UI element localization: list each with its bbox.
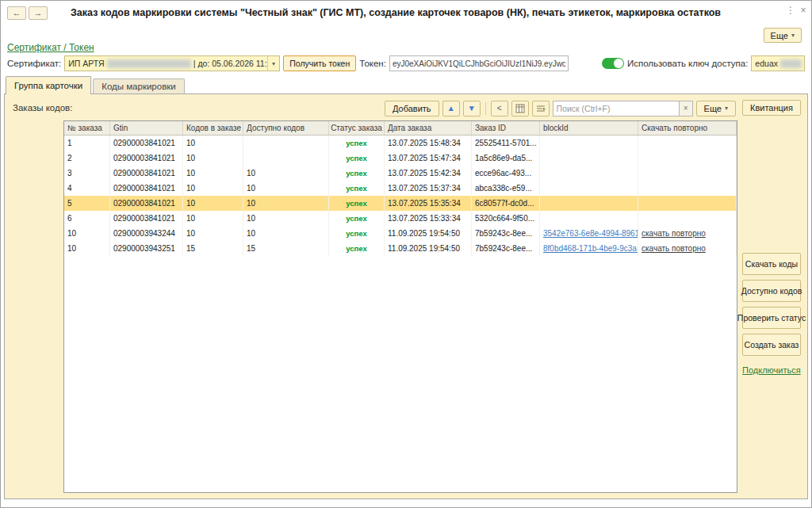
order-date: 13.07.2025 15:33:34 [385,211,472,226]
block-id[interactable]: 8f0bd468-171b-4be9-9c3a-7d... [540,241,638,256]
receipt-button[interactable]: Квитанция [742,100,801,116]
block-id[interactable]: 3542e763-6e8e-4994-8961-b... [540,226,638,241]
gtin: 02900003841021 [110,196,183,211]
available-codes-button[interactable]: Доступно кодов [742,280,801,302]
form-more-button[interactable]: Еще ▾ [764,28,802,43]
redownload-link [638,181,737,196]
gtin: 02900003841021 [110,166,183,181]
codes-in-order: 10 [183,151,243,166]
block-id [540,166,638,181]
block-id [540,151,638,166]
order-date: 11.09.2025 19:54:50 [385,241,472,256]
order-num: 10 [64,241,110,256]
token-label: Токен: [359,59,386,68]
table-row[interactable]: 5029000038410211010успех13.07.2025 15:35… [64,196,737,211]
order-status: успех [329,226,385,241]
order-num: 1 [64,136,110,151]
certificate-row: Сертификат: ИП АРТЯ | до: 05.06.2026 11:… [7,55,805,72]
move-down-button[interactable]: ▼ [463,101,481,116]
order-date: 13.07.2025 15:47:34 [385,151,472,166]
gtin: 02900003943244 [110,226,183,241]
toolbar-separator [485,102,486,115]
forward-icon: → [34,8,43,17]
table-row[interactable]: 4029000038410211010успех13.07.2025 15:37… [64,181,737,196]
form-more-label: Еще [771,31,788,40]
available-codes: 10 [243,196,329,211]
combobox-dropdown-icon[interactable]: ▾ [267,56,280,71]
certificate-value: ИП АРТЯ [68,59,104,68]
orders-table-body: 10290000384102110успех13.07.2025 15:48:3… [64,136,737,256]
search-clear-button[interactable]: × [680,101,693,116]
table-row[interactable]: 10029000039432511515успех11.09.2025 19:5… [64,241,737,256]
download-codes-button[interactable]: Скачать коды [742,253,801,275]
order-num: 6 [64,211,110,226]
column-header-codes-in-order[interactable]: Кодов в заказе [183,121,243,135]
forward-button[interactable]: → [29,6,48,20]
table-row[interactable]: 6029000038410211010успех13.07.2025 15:33… [64,211,737,226]
column-header-order-id[interactable]: Заказ ID [472,121,540,135]
codes-in-order: 10 [183,136,243,151]
list-more-button[interactable]: Еще ▾ [696,101,736,116]
order-date: 13.07.2025 15:35:34 [385,196,472,211]
certificate-token-link[interactable]: Сертификат / Токен [7,42,94,53]
redownload-link[interactable]: скачать повторно [638,241,737,256]
list-begin-button[interactable]: < [491,101,508,116]
search-input[interactable] [553,101,680,116]
column-header-gtin[interactable]: Gtin [110,121,183,135]
gtin: 02900003841021 [110,136,183,151]
table-row[interactable]: 3029000038410211010успех13.07.2025 15:42… [64,166,737,181]
token-field[interactable] [389,55,569,71]
create-order-button[interactable]: Создать заказ [742,334,801,356]
codes-in-order: 10 [183,226,243,241]
connect-link[interactable]: Подключиться [742,365,801,375]
column-header-redownload-link[interactable]: Скачать повторно [638,121,737,135]
block-id [540,211,638,226]
list-settings-button[interactable] [532,101,550,116]
chevron-down-icon: ▾ [725,105,728,112]
choose-columns-button[interactable] [511,101,529,116]
order-date: 13.07.2025 15:37:34 [385,181,472,196]
column-header-available-codes[interactable]: Доступно кодов [243,121,329,135]
order-status: успех [329,181,385,196]
redacted-area [780,59,802,68]
column-header-order-date[interactable]: Дата заказа [385,121,472,135]
check-status-button[interactable]: Проверить статус [742,307,801,329]
gtin: 02900003841021 [110,211,183,226]
tab-group-cards[interactable]: Группа карточки [6,76,91,94]
tab-bar: Группа карточки Коды маркировки [6,76,185,94]
orders-table: № заказаGtinКодов в заказеДоступно кодов… [63,120,737,493]
add-button[interactable]: Добавить [385,101,439,116]
order-id: 7b59243c-8ee... [472,226,540,241]
order-num: 10 [64,226,110,241]
get-token-button[interactable]: Получить токен [283,55,356,71]
available-codes [243,151,329,166]
column-header-order-status[interactable]: Статус заказа [329,121,385,135]
certificate-label: Сертификат: [7,59,61,68]
close-icon[interactable]: × [798,5,809,16]
available-codes: 10 [243,166,329,181]
column-header-order-num[interactable]: № заказа [64,121,110,135]
access-key-toggle[interactable] [602,58,624,69]
table-row[interactable]: 10290000384102110успех13.07.2025 15:48:3… [64,136,737,151]
redownload-link [638,166,737,181]
clear-icon: × [684,104,688,113]
gtin: 02900003841021 [110,151,183,166]
move-up-button[interactable]: ▲ [442,101,460,116]
table-row[interactable]: 20290000384102110успех13.07.2025 15:47:3… [64,151,737,166]
access-key-field[interactable]: eduax [751,55,805,71]
list-lines-icon [536,104,546,113]
table-row[interactable]: 10029000039432441010успех11.09.2025 19:5… [64,226,737,241]
order-date: 13.07.2025 15:42:34 [385,166,472,181]
access-key-value: eduax [755,59,778,68]
kebab-menu-icon[interactable]: ⋮ [785,5,796,16]
redownload-link[interactable]: скачать повторно [638,226,737,241]
order-num: 5 [64,196,110,211]
back-button[interactable]: ← [7,6,26,20]
orders-toolbar: Добавить ▲ ▼ < × Еще ▾ [385,100,736,116]
column-header-block-id[interactable]: blockId [540,121,638,135]
side-actions: Скачать коды Доступно кодов Проверить ст… [742,253,801,375]
page-title: Заказ кодов маркировки системы "Честный … [71,7,721,18]
certificate-combobox[interactable]: ИП АРТЯ | до: 05.06.2026 11: ▾ [64,55,280,71]
codes-in-order: 15 [183,241,243,256]
tab-marking-codes[interactable]: Коды маркировки [93,78,185,94]
